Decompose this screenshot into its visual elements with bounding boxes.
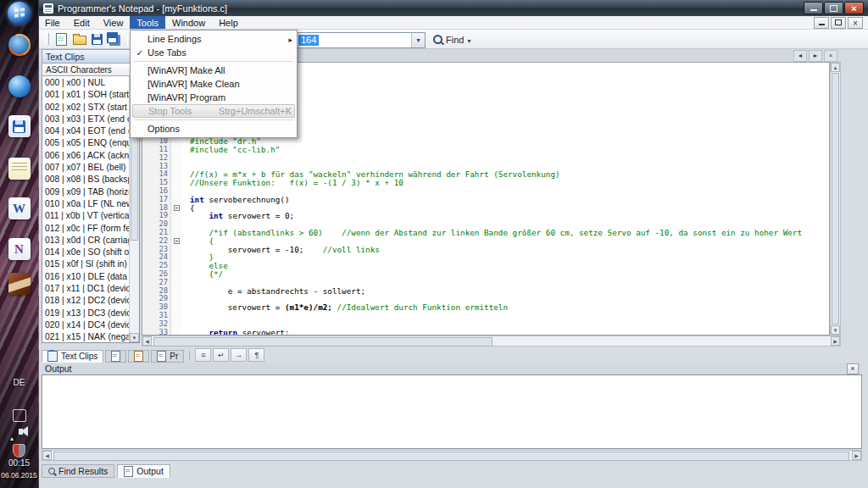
output-horizontal-scrollbar[interactable]: [42, 450, 862, 461]
tools-app-icon[interactable]: [8, 273, 31, 295]
hidden-icons-icon[interactable]: [10, 429, 14, 444]
list-item[interactable]: 001 | x01 | SOH (start of ...: [42, 89, 130, 101]
output-close-button[interactable]: ×: [847, 363, 859, 374]
code-line[interactable]: [190, 154, 829, 163]
list-item[interactable]: 017 | x11 | DC1 (device c...: [42, 283, 130, 295]
find-control[interactable]: Find: [433, 32, 470, 47]
fold-toggle-icon[interactable]: [174, 205, 180, 211]
list-item[interactable]: 013 | x0d | CR (carriage r...: [42, 235, 130, 247]
scrollbar-thumb[interactable]: [153, 337, 492, 347]
next-document-button[interactable]: ►: [809, 50, 822, 62]
fold-cell[interactable]: [171, 237, 181, 246]
scroll-down-icon[interactable]: [130, 333, 139, 342]
mdi-restore-button[interactable]: [831, 17, 846, 29]
close-button[interactable]: [844, 2, 864, 14]
scroll-left-icon[interactable]: [42, 451, 52, 460]
close-document-button[interactable]: ×: [824, 50, 837, 62]
toggle-pilcrow-icon[interactable]: [248, 348, 264, 362]
firefox-icon[interactable]: [8, 34, 31, 56]
taskbar-date[interactable]: 06.06.2015: [1, 471, 37, 480]
minimize-button[interactable]: [804, 2, 823, 14]
code-line[interactable]: else: [190, 262, 829, 270]
toggle-list-icon[interactable]: [195, 348, 211, 362]
toggle-whitespace-icon[interactable]: [231, 348, 247, 362]
browser-orb-icon[interactable]: [8, 75, 31, 97]
code-line[interactable]: }: [190, 253, 829, 262]
code-line[interactable]: int servowert = 0;: [190, 212, 829, 220]
fold-toggle-icon[interactable]: [174, 238, 180, 244]
code-line[interactable]: /*if (abstandlinks > 60) //wenn der Abst…: [190, 229, 829, 237]
list-item[interactable]: 012 | x0c | FF (form feed...: [42, 223, 130, 235]
code-line[interactable]: {*/: [190, 270, 829, 279]
menu-file[interactable]: File: [38, 16, 67, 29]
dock-tab-text-clips[interactable]: Text Clips: [42, 350, 103, 363]
output-content[interactable]: [42, 374, 862, 449]
notes-app-icon[interactable]: [8, 158, 31, 180]
prev-document-button[interactable]: ◄: [793, 50, 807, 62]
mdi-minimize-button[interactable]: [814, 17, 829, 29]
combobox-dropdown-icon[interactable]: [411, 33, 425, 47]
dock-tab-projects[interactable]: Pr: [151, 350, 184, 363]
mdi-close-button[interactable]: [848, 17, 863, 29]
menu-item-use-tabs[interactable]: Use Tabs: [132, 46, 295, 59]
toolbar-combobox[interactable]: 164: [296, 32, 426, 48]
list-item[interactable]: 002 | x02 | STX (start of t...: [42, 102, 130, 114]
list-item[interactable]: 014 | x0e | SO (shift out): [42, 247, 130, 258]
toolbar-grip[interactable]: [45, 33, 49, 45]
save-app-icon[interactable]: [8, 115, 31, 137]
menu-item-winavr-make-all[interactable]: [WinAVR] Make All: [132, 64, 295, 77]
list-item[interactable]: 004 | x04 | EOT (end of t...: [42, 125, 130, 137]
code-line[interactable]: #include "cc-lib.h": [190, 146, 829, 154]
onenote-icon[interactable]: N: [8, 238, 31, 260]
menu-view[interactable]: View: [97, 16, 131, 29]
list-item[interactable]: 005 | x05 | ENQ (enquiry): [42, 137, 130, 149]
menu-tools[interactable]: Tools: [130, 16, 165, 29]
security-shield-icon[interactable]: [13, 444, 25, 458]
toggle-line-endings-icon[interactable]: [213, 348, 229, 362]
fold-cell[interactable]: [171, 204, 181, 213]
tab-output[interactable]: Output: [117, 464, 170, 478]
list-item[interactable]: 007 | x07 | BEL (bell): [42, 162, 130, 174]
code-line[interactable]: servowert = (m1*e)/m2; //Idealwert durch…: [190, 303, 829, 312]
list-item[interactable]: 006 | x06 | ACK (acknow...: [42, 150, 130, 162]
start-button-icon[interactable]: [8, 2, 31, 25]
volume-icon[interactable]: [19, 429, 23, 435]
list-item[interactable]: 015 | x0f | SI (shift in): [42, 258, 130, 270]
list-item[interactable]: 010 | x0a | LF (NL new li...: [42, 198, 130, 210]
layout-box-icon[interactable]: [13, 409, 26, 422]
scrollbar-thumb[interactable]: [832, 73, 839, 324]
editor-vertical-scrollbar[interactable]: [830, 62, 841, 336]
scroll-right-icon[interactable]: [852, 451, 861, 460]
code-line[interactable]: int servoberechnung(): [190, 196, 829, 204]
menu-edit[interactable]: Edit: [67, 16, 97, 29]
code-line[interactable]: [190, 312, 829, 320]
menu-help[interactable]: Help: [212, 16, 245, 29]
menu-item-options[interactable]: Options: [132, 122, 295, 136]
list-item[interactable]: 008 | x08 | BS (backspace): [42, 174, 130, 186]
word-icon[interactable]: W: [8, 197, 31, 219]
list-item[interactable]: 011 | x0b | VT (vertical t...: [42, 210, 130, 222]
save-all-button[interactable]: [106, 31, 124, 47]
find-dropdown-icon[interactable]: [467, 35, 470, 45]
menu-item-line-endings[interactable]: Line Endings: [132, 32, 295, 46]
code-line[interactable]: servowert = -10; //voll links: [190, 246, 829, 254]
clip-set-selector[interactable]: ASCII Characters: [42, 64, 140, 76]
language-indicator[interactable]: DE: [14, 378, 25, 387]
dock-tab-misc[interactable]: [128, 350, 149, 363]
new-file-button[interactable]: [53, 31, 70, 47]
list-item[interactable]: 000 | x00 | NUL: [42, 77, 130, 89]
save-button[interactable]: [88, 31, 106, 47]
open-file-button[interactable]: [70, 31, 88, 47]
scroll-left-icon[interactable]: [142, 336, 152, 346]
scroll-right-icon[interactable]: [831, 336, 840, 346]
taskbar-clock[interactable]: 00:15: [8, 458, 30, 468]
dock-tab-clipboard[interactable]: [105, 350, 126, 363]
scrollbar-thumb[interactable]: [53, 452, 849, 461]
list-item[interactable]: 021 | x15 | NAK (negativ...: [42, 331, 130, 342]
code-line[interactable]: #include "dr.h": [190, 137, 829, 146]
menu-item-winavr-make-clean[interactable]: [WinAVR] Make Clean: [132, 77, 295, 91]
list-item[interactable]: 020 | x14 | DC4 (device c...: [42, 319, 130, 331]
menu-window[interactable]: Window: [165, 16, 212, 29]
code-line[interactable]: return servowert;: [190, 329, 829, 336]
list-item[interactable]: 018 | x12 | DC2 (device c...: [42, 295, 130, 307]
